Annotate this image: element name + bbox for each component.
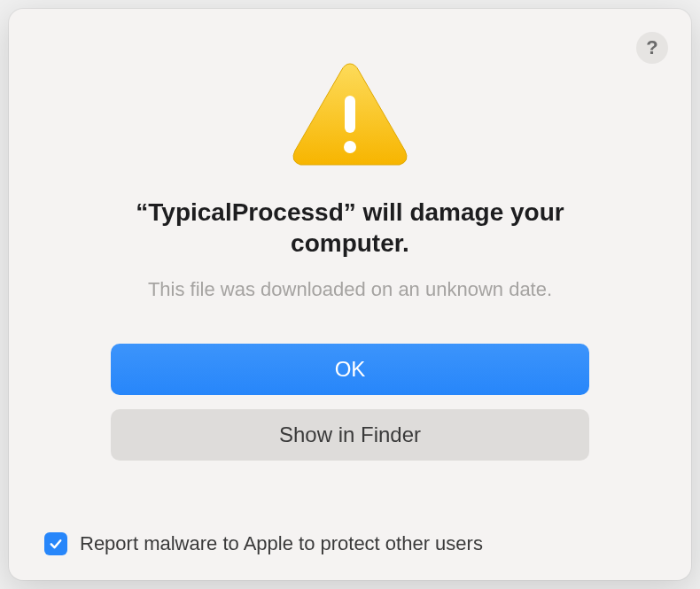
- ok-button[interactable]: OK: [111, 344, 589, 395]
- alert-dialog: ? “TypicalProcessd” will damage your com…: [9, 9, 691, 580]
- ok-button-label: OK: [335, 357, 366, 382]
- svg-point-1: [344, 141, 356, 153]
- report-malware-row: Report malware to Apple to protect other…: [44, 532, 483, 555]
- svg-rect-0: [345, 96, 355, 133]
- help-button[interactable]: ?: [636, 32, 668, 64]
- help-icon: ?: [646, 36, 657, 59]
- button-group: OK Show in Finder: [111, 344, 589, 461]
- checkmark-icon: [48, 536, 64, 552]
- dialog-subtitle: This file was downloaded on an unknown d…: [148, 278, 552, 301]
- show-in-finder-label: Show in Finder: [279, 422, 421, 447]
- report-malware-checkbox[interactable]: [44, 532, 67, 555]
- warning-icon: [288, 58, 412, 172]
- show-in-finder-button[interactable]: Show in Finder: [111, 409, 589, 461]
- dialog-title: “TypicalProcessd” will damage your compu…: [84, 197, 616, 259]
- report-malware-label: Report malware to Apple to protect other…: [80, 532, 483, 555]
